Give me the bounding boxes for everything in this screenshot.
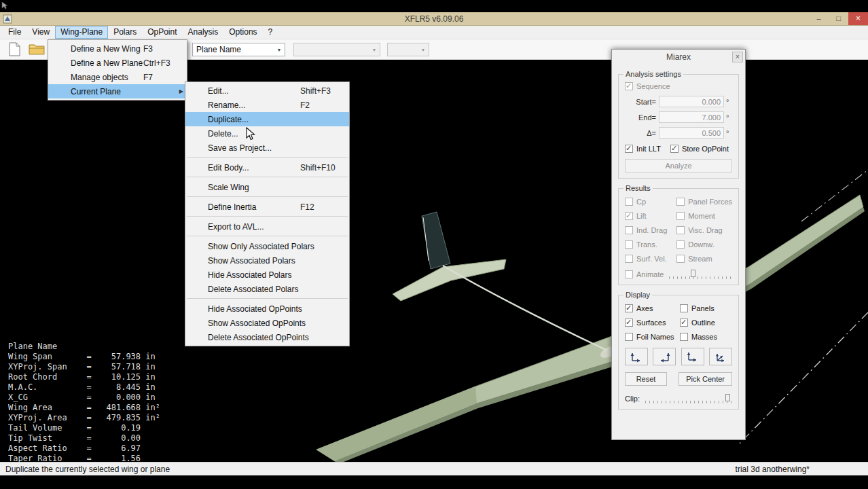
menu-bar-item[interactable]: ? <box>263 26 278 39</box>
angle-input[interactable]: 0.500 <box>659 127 724 139</box>
checkbox-box <box>625 333 633 341</box>
pick-center-button[interactable]: Pick Center <box>679 372 732 386</box>
checkbox-label: Trans. <box>636 240 657 249</box>
result-checkbox[interactable]: Trans. <box>625 240 674 249</box>
menu-bar-item[interactable]: View <box>26 26 55 39</box>
result-checkbox[interactable]: Downw. <box>676 240 732 249</box>
group-label: Results <box>623 184 653 192</box>
display-checkbox[interactable]: Foil Names <box>625 333 677 341</box>
checkbox-label: Outline <box>691 319 715 327</box>
result-checkbox[interactable]: Panel Forces <box>676 198 732 206</box>
menu-item[interactable]: Rename... F2 ▶ <box>185 98 349 112</box>
result-checkbox[interactable]: Stream <box>676 255 732 263</box>
menu-item[interactable]: Scale Wing ▶ <box>185 180 349 194</box>
result-checkbox[interactable]: Moment <box>676 212 732 220</box>
menu-item-shortcut: F12 <box>300 202 342 212</box>
menu-item[interactable]: Delete Associated Polars ▶ <box>185 282 349 296</box>
wing-plane-menu: Define a New Wing F3 ▶ Define a New Plan… <box>48 39 187 101</box>
result-checkbox[interactable]: Surf. Vel. <box>625 255 674 263</box>
maximize-button[interactable]: □ <box>829 12 848 25</box>
menu-item[interactable]: Delete... ▶ <box>185 126 349 141</box>
titlebar[interactable]: XFLR5 v6.09.06 – □ × <box>0 12 868 26</box>
display-checkbox[interactable]: Panels <box>680 304 732 312</box>
menu-item[interactable]: Save as Project... ▶ <box>185 141 349 155</box>
menu-item[interactable]: Current Plane ▶ <box>48 84 187 98</box>
menu-item[interactable]: Delete Associated OpPoints ▶ <box>185 330 349 344</box>
menu-bar-item[interactable]: Options <box>223 26 262 39</box>
menu-item[interactable]: Hide Associated Polars ▶ <box>185 268 349 282</box>
reset-button[interactable]: Reset <box>625 372 667 386</box>
menu-item-shortcut: F2 <box>300 101 342 110</box>
menu-item[interactable]: Show Only Associated Polars ▶ <box>185 239 349 253</box>
polar-select[interactable]: ▼ <box>293 43 380 56</box>
stat-line: Wing Span = 57.938 in <box>8 352 160 362</box>
letterbox-top <box>0 0 868 12</box>
menu-bar-item[interactable]: OpPoint <box>142 26 182 39</box>
checkbox-label: Axes <box>636 304 653 312</box>
init-llt-checkbox[interactable]: Init LLT <box>625 145 661 153</box>
display-checkbox[interactable]: Masses <box>680 333 732 341</box>
menu-bar-item[interactable]: Analysis <box>183 26 224 39</box>
checkbox-box <box>625 240 633 249</box>
menu-item-label: Edit Body... <box>208 163 249 173</box>
miarex-panel: Miarex × Analysis settings Sequence Star… <box>611 49 746 440</box>
result-checkbox[interactable]: Visc. Drag <box>676 226 732 234</box>
clip-slider[interactable] <box>645 394 732 403</box>
menu-item[interactable]: Edit... Shift+F3 ▶ <box>185 84 349 98</box>
menu-item-label: Delete Associated Polars <box>208 285 298 294</box>
menu-item[interactable]: Export to AVL... ▶ <box>185 219 349 234</box>
menu-item-label: Manage objects <box>71 73 128 82</box>
slider-thumb[interactable] <box>725 394 730 401</box>
slider-thumb[interactable] <box>691 270 695 277</box>
stat-line: Wing Area = 481.668 in² <box>8 403 160 413</box>
view-z-button[interactable] <box>681 348 704 365</box>
analyze-button[interactable]: Analyze <box>625 159 732 173</box>
checkbox-box <box>625 255 633 263</box>
view-x-button[interactable] <box>625 348 648 365</box>
animate-checkbox[interactable]: Animate <box>625 270 664 278</box>
result-checkbox[interactable]: Cp <box>625 198 674 206</box>
checkbox-label: Stream <box>688 255 712 263</box>
checkbox-box <box>625 212 633 220</box>
sequence-checkbox[interactable]: Sequence <box>625 82 670 90</box>
menu-item[interactable]: Duplicate... ▶ <box>185 112 349 126</box>
oppoint-select[interactable]: ▼ <box>387 43 429 56</box>
display-checkbox[interactable]: Axes <box>625 304 677 312</box>
animate-slider[interactable] <box>669 270 732 279</box>
menu-item[interactable]: Manage objects F7 ▶ <box>48 70 187 84</box>
open-project-icon[interactable] <box>29 42 45 57</box>
field-label: Start= <box>625 98 656 106</box>
angle-input[interactable]: 7.000 <box>659 111 724 123</box>
menu-item[interactable]: Edit Body... Shift+F10 ▶ <box>185 160 349 175</box>
menu-item[interactable]: Show Associated OpPoints ▶ <box>185 316 349 330</box>
minimize-button[interactable]: – <box>809 12 829 25</box>
new-project-icon[interactable] <box>9 42 20 58</box>
plane-select[interactable]: Plane Name ▼ <box>192 43 285 56</box>
close-button[interactable]: × <box>848 12 868 25</box>
checkbox-label: Surfaces <box>636 319 666 327</box>
angle-input[interactable]: 0.000 <box>659 96 724 107</box>
group-label: Analysis settings <box>623 70 683 78</box>
menu-item[interactable]: Show Associated Polars ▶ <box>185 253 349 268</box>
checkbox-box <box>676 255 685 263</box>
store-oppoint-checkbox[interactable]: Store OpPoint <box>670 145 729 153</box>
display-checkbox[interactable]: Outline <box>680 319 732 327</box>
result-checkbox[interactable]: Lift <box>625 212 674 220</box>
menu-bar-item[interactable]: Wing-Plane <box>55 26 108 39</box>
menu-item[interactable]: Define a New Plane Ctrl+F3 ▶ <box>48 56 187 70</box>
chevron-down-icon: ▼ <box>418 48 429 52</box>
menu-item-label: Define a New Plane <box>71 58 143 68</box>
checkbox-label: Animate <box>636 270 664 278</box>
view-iso-button[interactable] <box>709 348 732 365</box>
menu-bar-item[interactable]: File <box>3 26 26 39</box>
result-checkbox[interactable]: Ind. Drag <box>625 226 674 234</box>
miarex-close-button[interactable]: × <box>732 52 743 62</box>
menu-item[interactable]: Define Inertia F12 ▶ <box>185 200 349 214</box>
display-checkbox[interactable]: Surfaces <box>625 319 677 327</box>
menu-item[interactable]: Hide Associated OpPoints ▶ <box>185 302 349 316</box>
miarex-titlebar[interactable]: Miarex × <box>612 50 745 65</box>
view-y-button[interactable] <box>653 348 676 365</box>
menu-bar-item[interactable]: Polars <box>108 26 142 39</box>
menu-item[interactable]: Define a New Wing F3 ▶ <box>48 41 187 56</box>
menu-item-shortcut: Shift+F10 <box>300 163 342 173</box>
